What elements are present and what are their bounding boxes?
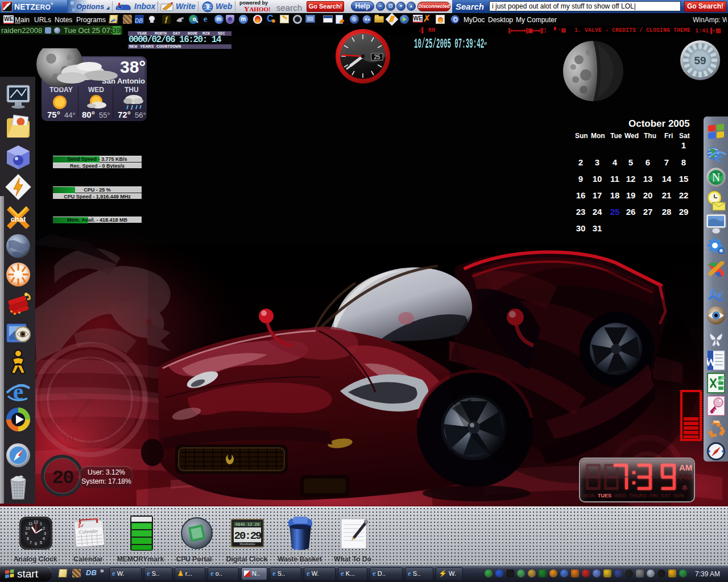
- svg-text:11: 11: [28, 522, 32, 526]
- svg-text:Moodledoke: Moodledoke: [239, 542, 255, 546]
- svg-text:6: 6: [35, 542, 37, 546]
- svg-text:VIII: VIII: [47, 418, 62, 427]
- svg-text:4: 4: [43, 537, 45, 541]
- svg-text:9: 9: [25, 531, 27, 535]
- svg-text:3: 3: [44, 531, 46, 535]
- svg-text:X: X: [52, 372, 58, 381]
- svg-text:1: 1: [40, 522, 42, 526]
- svg-text:10: 10: [26, 526, 30, 530]
- svg-text:V: V: [109, 433, 115, 442]
- svg-text:XII: XII: [84, 351, 96, 360]
- svg-text:VII: VII: [63, 433, 75, 442]
- svg-text:0845 12 29: 0845 12 29: [235, 522, 259, 527]
- svg-text:20:29: 20:29: [234, 530, 262, 542]
- svg-text:3✓: 3✓: [78, 523, 85, 529]
- svg-text:59: 59: [694, 55, 706, 66]
- svg-text:IV: IV: [122, 418, 131, 427]
- svg-text:25: 25: [374, 54, 380, 60]
- svg-text:VI: VI: [85, 439, 94, 448]
- svg-text:8: 8: [27, 537, 29, 541]
- svg-text:chat: chat: [11, 215, 26, 223]
- svg-text:N: N: [712, 171, 720, 184]
- svg-text:2: 2: [43, 526, 45, 530]
- svg-text:7: 7: [30, 541, 32, 544]
- svg-text:20: 20: [52, 467, 73, 489]
- svg-text:12: 12: [34, 520, 38, 524]
- svg-text:5: 5: [40, 541, 42, 544]
- svg-text:e: e: [715, 148, 722, 165]
- svg-text:W: W: [707, 356, 716, 368]
